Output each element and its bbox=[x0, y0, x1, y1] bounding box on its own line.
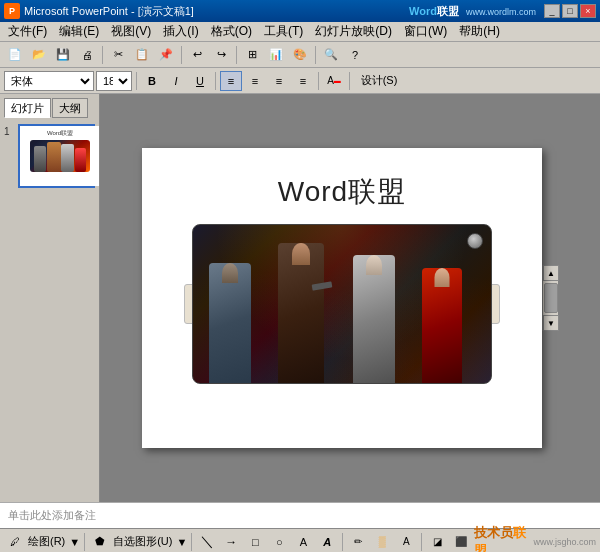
shadow-button[interactable]: ◪ bbox=[426, 532, 448, 552]
thumb-title-text: Word联盟 bbox=[20, 126, 100, 138]
top-url: www.wordlm.com bbox=[466, 7, 536, 17]
menu-tools[interactable]: 工具(T) bbox=[258, 22, 309, 41]
main-area: 幻灯片 大纲 1 Word联盟 bbox=[0, 94, 600, 502]
slide-image-wrapper[interactable] bbox=[192, 224, 492, 384]
scroll-track[interactable] bbox=[543, 281, 558, 315]
format-sep-4 bbox=[349, 72, 350, 90]
oval-button[interactable]: ○ bbox=[268, 532, 290, 552]
toolbar-sep-2 bbox=[181, 46, 182, 64]
vertical-scrollbar[interactable]: ▲ ▼ bbox=[542, 265, 558, 331]
menu-file[interactable]: 文件(F) bbox=[2, 22, 53, 41]
new-button[interactable]: 📄 bbox=[4, 45, 26, 65]
draw-label[interactable]: 绘图(R) bbox=[28, 534, 65, 549]
thumb-content: Word联盟 bbox=[20, 126, 100, 186]
notes-placeholder: 单击此处添加备注 bbox=[8, 508, 96, 523]
copy-button[interactable]: 📋 bbox=[131, 45, 153, 65]
italic-button[interactable]: I bbox=[165, 71, 187, 91]
font-color-button[interactable]: A▬ bbox=[323, 71, 345, 91]
tab-slides[interactable]: 幻灯片 bbox=[4, 98, 51, 118]
slide-thumbnail[interactable]: Word联盟 bbox=[18, 124, 95, 188]
toolbar-sep-4 bbox=[315, 46, 316, 64]
insert-table-button[interactable]: ⊞ bbox=[241, 45, 263, 65]
film-frame bbox=[192, 224, 492, 384]
close-button[interactable]: × bbox=[580, 4, 596, 18]
menu-format[interactable]: 格式(O) bbox=[205, 22, 258, 41]
bottom-watermark: 技术员联盟 bbox=[474, 524, 529, 553]
menu-window[interactable]: 窗口(W) bbox=[398, 22, 453, 41]
help-button[interactable]: ? bbox=[344, 45, 366, 65]
print-button[interactable]: 🖨 bbox=[76, 45, 98, 65]
redo-button[interactable]: ↪ bbox=[210, 45, 232, 65]
menu-slideshow[interactable]: 幻灯片放映(D) bbox=[309, 22, 398, 41]
format-toolbar: 宋体 18 B I U ≡ ≡ ≡ ≡ A▬ 设计(S) bbox=[0, 68, 600, 94]
slide-number: 1 bbox=[4, 126, 10, 137]
top-logo: Word联盟 www.wordlm.com bbox=[409, 4, 536, 19]
toolbar-sep-1 bbox=[102, 46, 103, 64]
canvas-area: Word联盟 bbox=[100, 94, 600, 502]
menu-edit[interactable]: 编辑(E) bbox=[53, 22, 105, 41]
line-color-button[interactable]: ✏ bbox=[347, 532, 369, 552]
title-bar: P Microsoft PowerPoint - [演示文稿1] Word联盟 … bbox=[0, 0, 600, 22]
bottom-sep-4 bbox=[421, 533, 422, 551]
draw-icon[interactable]: 🖊 bbox=[4, 532, 26, 552]
wordart-button[interactable]: A bbox=[316, 532, 338, 552]
format-sep-3 bbox=[318, 72, 319, 90]
font-select[interactable]: 宋体 bbox=[4, 71, 94, 91]
rect-button[interactable]: □ bbox=[244, 532, 266, 552]
autoshape-icon[interactable]: ⬟ bbox=[89, 532, 111, 552]
tab-outline[interactable]: 大纲 bbox=[52, 98, 88, 118]
bottom-toolbar: 🖊 绘图(R) ▼ ⬟ 自选图形(U) ▼ ＼ → □ ○ A A ✏ ▒ A … bbox=[0, 528, 600, 552]
menu-view[interactable]: 视图(V) bbox=[105, 22, 157, 41]
cut-button[interactable]: ✂ bbox=[107, 45, 129, 65]
fill-color-button[interactable]: ▒ bbox=[371, 532, 393, 552]
insert-chart-button[interactable]: 📊 bbox=[265, 45, 287, 65]
panel-tabs: 幻灯片 大纲 bbox=[4, 98, 95, 118]
menu-help[interactable]: 帮助(H) bbox=[453, 22, 506, 41]
bottom-url: www.jsgho.com bbox=[533, 537, 596, 547]
line-button[interactable]: ＼ bbox=[196, 532, 218, 552]
maximize-button[interactable]: □ bbox=[562, 4, 578, 18]
slide-panel: 幻灯片 大纲 1 Word联盟 bbox=[0, 94, 100, 502]
scroll-thumb[interactable] bbox=[544, 283, 558, 313]
slide-title-container[interactable]: Word联盟 bbox=[257, 168, 427, 216]
align-justify-button[interactable]: ≡ bbox=[292, 71, 314, 91]
circle-handle bbox=[467, 233, 483, 249]
scroll-up-button[interactable]: ▲ bbox=[543, 265, 559, 281]
app-icon: P bbox=[4, 3, 20, 19]
bottom-sep-1 bbox=[84, 533, 85, 551]
format-sep-1 bbox=[136, 72, 137, 90]
font-color-button2[interactable]: A bbox=[395, 532, 417, 552]
format-sep-2 bbox=[215, 72, 216, 90]
paste-button[interactable]: 📌 bbox=[155, 45, 177, 65]
toolbar-sep-3 bbox=[236, 46, 237, 64]
arrow-button[interactable]: → bbox=[220, 532, 242, 552]
slide-canvas[interactable]: Word联盟 bbox=[142, 148, 542, 448]
align-left-button[interactable]: ≡ bbox=[220, 71, 242, 91]
open-button[interactable]: 📂 bbox=[28, 45, 50, 65]
zoom-button[interactable]: 🔍 bbox=[320, 45, 342, 65]
minimize-button[interactable]: _ bbox=[544, 4, 560, 18]
menu-bar: 文件(F) 编辑(E) 视图(V) 插入(I) 格式(O) 工具(T) 幻灯片放… bbox=[0, 22, 600, 42]
main-toolbar: 📄 📂 💾 🖨 ✂ 📋 📌 ↩ ↪ ⊞ 📊 🎨 🔍 ? bbox=[0, 42, 600, 68]
bold-button[interactable]: B bbox=[141, 71, 163, 91]
autoshape-label[interactable]: 自选图形(U) bbox=[113, 534, 172, 549]
character-scene bbox=[193, 225, 491, 383]
save-button[interactable]: 💾 bbox=[52, 45, 74, 65]
underline-button[interactable]: U bbox=[189, 71, 211, 91]
bottom-sep-3 bbox=[342, 533, 343, 551]
textbox-button[interactable]: A bbox=[292, 532, 314, 552]
align-center-button[interactable]: ≡ bbox=[244, 71, 266, 91]
draw-dropdown-icon[interactable]: ▼ bbox=[69, 536, 80, 548]
align-right-button[interactable]: ≡ bbox=[268, 71, 290, 91]
menu-insert[interactable]: 插入(I) bbox=[157, 22, 204, 41]
scroll-down-button[interactable]: ▼ bbox=[543, 315, 559, 331]
3d-button[interactable]: ⬛ bbox=[450, 532, 472, 552]
font-size-select[interactable]: 18 bbox=[96, 71, 132, 91]
autoshape-dropdown-icon[interactable]: ▼ bbox=[176, 536, 187, 548]
window-title: Microsoft PowerPoint - [演示文稿1] bbox=[24, 4, 409, 19]
design-button[interactable]: 设计(S) bbox=[354, 71, 404, 91]
thumb-image bbox=[30, 140, 90, 172]
window-controls[interactable]: _ □ × bbox=[544, 4, 596, 18]
insert-clip-button[interactable]: 🎨 bbox=[289, 45, 311, 65]
undo-button[interactable]: ↩ bbox=[186, 45, 208, 65]
